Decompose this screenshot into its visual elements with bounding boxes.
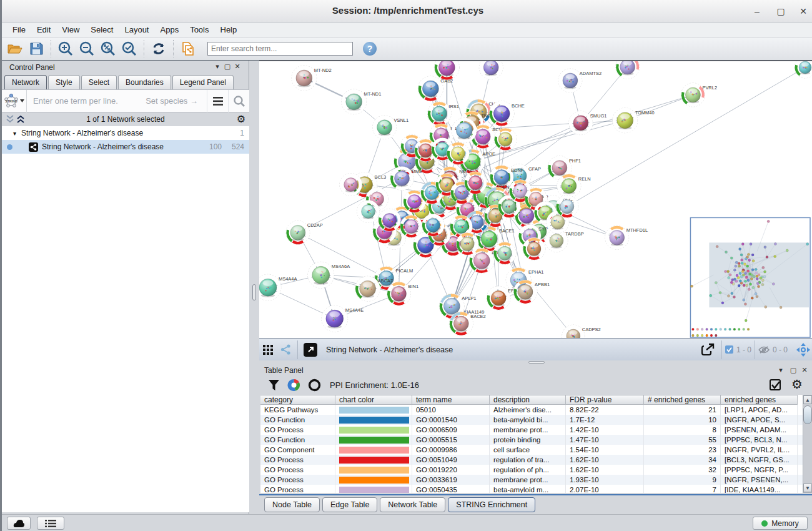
network-node[interactable]: CD2AP [286,221,323,244]
select-all-button[interactable] [770,379,781,391]
tab-network[interactable]: Network [4,75,47,89]
column-header[interactable]: description [490,395,566,405]
export-network-button[interactable] [697,340,718,360]
panel-float-icon[interactable]: ▢ [789,366,798,374]
set-species-label[interactable]: Set species → [146,96,207,106]
column-header[interactable]: category [260,395,335,405]
zoom-out-button[interactable] [76,39,97,59]
table-row[interactable]: GO ProcessGO:0006509membrane prot...1.42… [260,425,804,435]
network-node[interactable]: BCHE [489,101,525,126]
tab-style[interactable]: Style [48,75,80,89]
open-session-button[interactable] [4,39,26,59]
save-session-button[interactable] [26,39,47,59]
menu-tools[interactable]: Tools [184,24,214,36]
close-button[interactable]: ✕ [798,6,809,17]
network-node[interactable]: MT-ND2 [292,66,332,91]
tab-node-table[interactable]: Node Table [264,497,320,512]
menu-apps[interactable]: Apps [155,24,185,36]
birds-eye-view[interactable] [690,217,810,337]
gear-icon[interactable]: ⚙ [791,377,803,392]
vertical-splitter[interactable] [249,61,259,514]
network-node[interactable]: PVRL2 [681,83,717,107]
menu-file[interactable]: File [7,24,31,36]
column-header[interactable]: term name [412,395,490,405]
table-row[interactable]: GO FunctionGO:0001540beta-amyloid bi...1… [260,415,804,425]
network-node[interactable]: CADPS2 [562,325,601,338]
network-node[interactable]: VSNL1 [373,116,409,139]
memory-button[interactable]: Memory [753,517,808,530]
scroll-up-button[interactable]: ▲ [803,395,812,404]
tab-network-table[interactable]: Network Table [380,497,445,512]
network-node[interactable]: ADAMTS2 [558,69,602,92]
navigator-toggle-button[interactable] [793,340,812,360]
tree-expander-icon[interactable]: ▾ [13,130,16,137]
network-node[interactable]: MT-ND1 [342,89,382,114]
network-node[interactable]: RELN [557,174,591,198]
task-history-button[interactable] [37,517,64,530]
panel-menu-icon[interactable]: ▾ [776,366,785,374]
column-header[interactable]: enriched genes [721,395,798,405]
open-in-window-button[interactable] [301,340,320,360]
share-view-button[interactable] [277,340,294,360]
tab-boundaries[interactable]: Boundaries [118,75,171,89]
network-node[interactable]: MS4A4A [259,274,297,300]
network-node[interactable] [479,61,503,79]
clone-network-button[interactable] [177,39,199,59]
panel-menu-icon[interactable]: ▾ [213,62,222,71]
menu-select[interactable]: Select [85,24,119,36]
string-query-placeholder[interactable]: Enter one term per line. [27,96,146,106]
table-row[interactable]: GO ProcessGO:0033619membrane prot...1.93… [260,475,804,485]
splitter-grip[interactable] [252,284,256,300]
menu-help[interactable]: Help [215,24,243,36]
search-input[interactable] [207,42,353,56]
table-row[interactable]: GO FunctionGO:0005515protein binding1.47… [260,435,804,445]
gear-icon[interactable]: ⚙ [237,113,245,125]
tab-edge-table[interactable]: Edge Table [322,497,377,512]
table-row[interactable]: KEGG Pathways05010Alzheimer's dise...8.8… [260,405,804,415]
grid-view-button[interactable] [259,340,277,360]
network-node[interactable]: MME [390,167,422,191]
network-row-selected[interactable]: String Network - Alzheimer's disease 100… [2,140,249,154]
column-header[interactable]: chart color [335,395,412,405]
tab-select[interactable]: Select [81,75,117,89]
welcome-screen-button[interactable] [7,517,31,530]
network-node[interactable]: TARDBP [545,229,584,252]
table-row[interactable]: GO ProcessGO:0051049regulation of tra...… [260,455,804,465]
network-node[interactable] [616,61,640,79]
network-node[interactable]: GAB2 [418,76,453,101]
menu-view[interactable]: View [56,24,85,36]
network-node[interactable]: IRS1 [427,102,459,126]
tab-legend-panel[interactable]: Legend Panel [172,75,234,89]
network-node[interactable]: BACE2 [449,312,485,335]
network-node[interactable] [434,61,459,80]
network-node[interactable]: MTHFD1L [605,226,648,249]
zoom-selected-button[interactable] [119,39,140,59]
minimize-button[interactable]: – [751,6,763,17]
zoom-in-button[interactable] [55,39,76,59]
string-protein-query-button[interactable]: STRING [2,90,27,112]
zoom-fit-button[interactable] [97,39,119,59]
tab-string-enrichment[interactable]: STRING Enrichment [448,497,535,512]
column-header[interactable]: FDR p-value [566,395,644,405]
string-search-button[interactable] [228,90,249,112]
scroll-down-button[interactable]: ▼ [803,484,812,492]
column-header[interactable]: # enriched genes [644,395,721,405]
network-node[interactable]: MS4A6A [308,262,350,288]
filter-icon[interactable] [268,379,280,391]
menu-layout[interactable]: Layout [119,24,154,36]
table-scrollbar[interactable]: ▲ ▼ [803,395,812,493]
network-node[interactable]: MS4A4E [322,305,364,332]
table-row[interactable]: GO ProcessGO:0050435beta-amyloid m...2.0… [260,485,804,493]
panel-float-icon[interactable]: ▢ [223,62,232,71]
string-options-button[interactable] [207,90,228,112]
ring-chart-icon[interactable] [308,379,321,392]
help-button[interactable]: ? [363,42,377,56]
network-node[interactable]: TOMM40 [613,108,655,133]
network-node[interactable] [795,61,812,78]
enrichment-chart-icon[interactable] [287,379,300,392]
panel-close-icon[interactable]: ✕ [233,62,242,71]
network-view-canvas[interactable]: MT-ND2MT-ND1VSNL1GAB2IRS1ADAMTS2PVRL2TOM… [259,61,812,338]
panel-close-icon[interactable]: ✕ [800,366,809,374]
scrollbar-thumb[interactable] [803,405,812,424]
table-row[interactable]: GO ComponentGO:0009986cell surface1.54E-… [260,445,804,455]
